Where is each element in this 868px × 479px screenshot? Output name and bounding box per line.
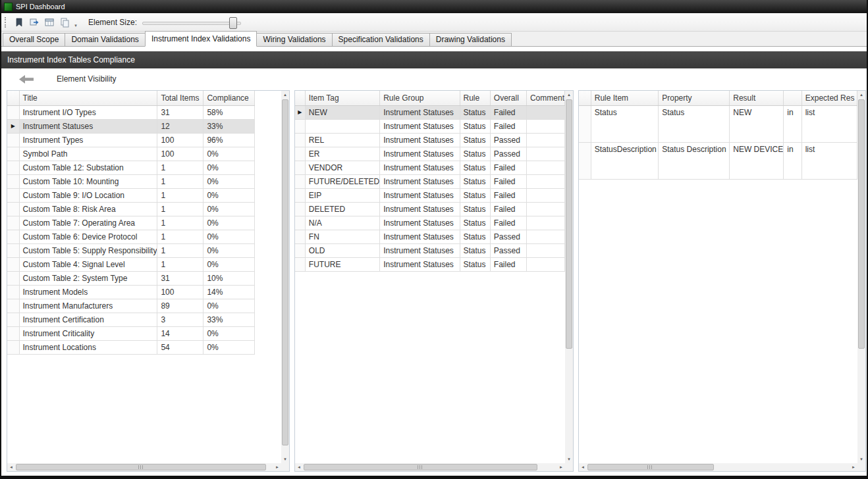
scroll-left-icon[interactable]: ◄	[579, 463, 587, 471]
table-cell[interactable]: 0%	[203, 341, 255, 355]
table-cell[interactable]: 100	[157, 147, 203, 161]
table-cell[interactable]: Instrument Manufacturers	[19, 299, 157, 313]
column-header[interactable]: Compliance	[203, 91, 255, 106]
row-selector[interactable]	[7, 244, 19, 258]
row-selector[interactable]	[295, 203, 305, 216]
row-selector[interactable]	[295, 147, 305, 161]
table-row[interactable]: ERInstrument StatusesStatusPassed	[295, 147, 565, 161]
table-cell[interactable]: 1	[157, 175, 203, 189]
table-row[interactable]: VENDORInstrument StatusesStatusFailed	[295, 161, 565, 175]
table-row[interactable]: Instrument I/O Types3158%	[7, 106, 255, 120]
table-cell[interactable]: Instrument Statuses	[380, 230, 460, 244]
row-selector[interactable]	[295, 258, 305, 272]
scrollbar-track[interactable]	[15, 463, 273, 471]
row-selector[interactable]	[295, 161, 305, 175]
column-header[interactable]	[784, 91, 801, 106]
table-cell[interactable]	[526, 120, 564, 134]
table-cell[interactable]: 31	[157, 106, 203, 120]
table-cell[interactable]: Passed	[490, 134, 526, 147]
table-row[interactable]: Custom Table 10: Mounting10%	[7, 175, 255, 189]
scrollbar-track[interactable]	[857, 99, 865, 455]
column-header[interactable]: Title	[19, 91, 157, 106]
table-cell[interactable]: Instrument Statuses	[380, 106, 460, 120]
scroll-right-icon[interactable]: ►	[850, 463, 857, 471]
table-row[interactable]: FUTURE/DELETEDInstrument StatusesStatusF…	[295, 175, 565, 189]
table-row[interactable]: EIPInstrument StatusesStatusFailed	[295, 189, 565, 203]
row-selector[interactable]	[7, 230, 19, 244]
table-cell[interactable]: list	[801, 106, 857, 143]
scrollbar-thumb[interactable]	[282, 99, 288, 445]
table-cell[interactable]: Status	[460, 120, 490, 134]
row-selector[interactable]	[295, 120, 305, 134]
scroll-up-icon[interactable]: ▲	[565, 91, 573, 99]
table-row[interactable]: FUTUREInstrument StatusesStatusFailed	[295, 258, 565, 272]
table-row[interactable]: Instrument Types10096%	[7, 134, 255, 147]
table-cell[interactable]: Status	[460, 258, 490, 272]
table-row[interactable]: Custom Table 6: Device Protocol10%	[7, 230, 255, 244]
table-cell[interactable]: Passed	[490, 244, 526, 258]
table-row[interactable]: Instrument StatusesStatusFailed	[295, 120, 565, 134]
table-row[interactable]: Instrument Locations540%	[7, 341, 255, 355]
export-icon[interactable]	[27, 15, 41, 30]
row-selector[interactable]	[295, 175, 305, 189]
tab-domain-validations[interactable]: Domain Validations	[65, 33, 146, 46]
table-cell[interactable]: 58%	[203, 106, 255, 120]
table-cell[interactable]: Instrument I/O Types	[19, 106, 157, 120]
table-cell[interactable]: StatusDescription	[591, 143, 658, 180]
table-cell[interactable]: 0%	[203, 203, 255, 216]
table-cell[interactable]: Instrument Statuses	[380, 216, 460, 230]
row-selector[interactable]	[7, 286, 19, 299]
table-cell[interactable]: DELETED	[305, 203, 379, 216]
table-row[interactable]: Custom Table 8: Risk Area10%	[7, 203, 255, 216]
table-cell[interactable]	[526, 147, 564, 161]
table-cell[interactable]: Instrument Statuses	[380, 189, 460, 203]
table-cell[interactable]: Instrument Models	[19, 286, 157, 299]
scroll-right-icon[interactable]: ►	[273, 463, 281, 471]
table-row[interactable]: OLDInstrument StatusesStatusPassed	[295, 244, 565, 258]
table-cell[interactable]: Status	[460, 216, 490, 230]
slider-track[interactable]	[142, 22, 241, 25]
table-cell[interactable]	[526, 203, 564, 216]
row-selector[interactable]	[7, 216, 19, 230]
scrollbar-thumb[interactable]	[304, 464, 537, 470]
scrollbar-track[interactable]	[303, 463, 557, 471]
row-selector[interactable]	[7, 299, 19, 313]
table-cell[interactable]	[526, 230, 564, 244]
row-selector[interactable]	[295, 244, 305, 258]
table-cell[interactable]: NEW	[730, 106, 784, 143]
table-cell[interactable]: Instrument Statuses	[19, 120, 157, 134]
table-row[interactable]: Instrument Models10014%	[7, 286, 255, 299]
row-selector[interactable]	[7, 134, 19, 147]
column-header[interactable]: Expected Res	[801, 91, 857, 106]
table-cell[interactable]: 1	[157, 161, 203, 175]
table-cell[interactable]: 1	[157, 230, 203, 244]
table-cell[interactable]: NEW	[305, 106, 379, 120]
table-row[interactable]: StatusStatusNEWinlist	[579, 106, 857, 143]
table-cell[interactable]	[526, 175, 564, 189]
table-row[interactable]: N/AInstrument StatusesStatusFailed	[295, 216, 565, 230]
row-selector[interactable]	[7, 106, 19, 120]
table-cell[interactable]: 14%	[203, 286, 255, 299]
table-cell[interactable]: Custom Table 8: Risk Area	[19, 203, 157, 216]
table-cell[interactable]: Failed	[490, 175, 526, 189]
column-header[interactable]: Total Items	[157, 91, 203, 106]
scrollbar-thumb[interactable]	[16, 464, 266, 470]
table-row[interactable]: ▶Instrument Statuses1233%	[7, 120, 255, 134]
back-arrow-icon[interactable]	[18, 74, 36, 84]
table-cell[interactable]: 89	[157, 299, 203, 313]
table-icon[interactable]	[42, 15, 57, 30]
table-cell[interactable]: Status	[460, 175, 490, 189]
table-cell[interactable]: 100	[157, 286, 203, 299]
table-cell[interactable]	[526, 106, 564, 120]
table-cell[interactable]: N/A	[305, 216, 379, 230]
scroll-down-icon[interactable]: ▼	[281, 455, 289, 463]
table-cell[interactable]: 0%	[203, 161, 255, 175]
tab-overall-scope[interactable]: Overall Scope	[3, 33, 65, 46]
table-cell[interactable]: Failed	[490, 216, 526, 230]
scrollbar-thumb[interactable]	[566, 99, 572, 349]
table-cell[interactable]: Failed	[490, 161, 526, 175]
vertical-scrollbar[interactable]: ▲ ▼	[857, 91, 865, 463]
table-cell[interactable]: Custom Table 7: Operating Area	[19, 216, 157, 230]
table-cell[interactable]: 54	[157, 341, 203, 355]
table-row[interactable]: ▶NEWInstrument StatusesStatusFailed	[295, 106, 565, 120]
